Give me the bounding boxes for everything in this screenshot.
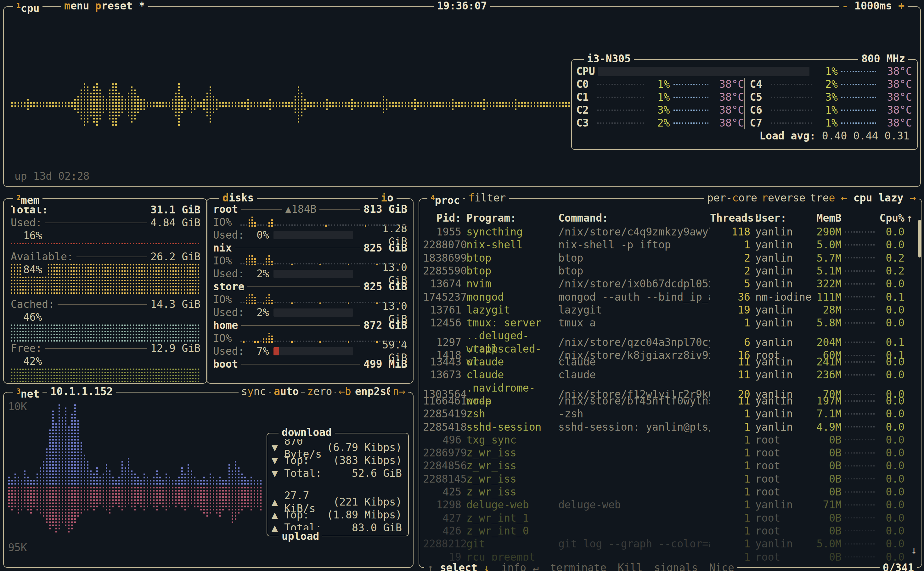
mem-available-percent: 84% xyxy=(22,263,47,276)
proc-row[interactable]: 1166461 node /nix/store/bf45nflf0wylnscw… xyxy=(423,394,918,407)
scroll-down-icon[interactable]: ↓ xyxy=(911,543,917,557)
proc-user: yanlin xyxy=(750,368,813,381)
col-program[interactable]: Program: xyxy=(461,211,553,224)
proc-pid: 13443 xyxy=(423,355,461,368)
preset-button[interactable]: preset * xyxy=(92,0,148,12)
core-label: C7 xyxy=(750,116,771,130)
proc-threads: 1 xyxy=(710,537,750,550)
proc-program: claude xyxy=(461,368,553,381)
net-detail-box: download upload ▼ 870 Byte/s (6.79 Kibps… xyxy=(266,433,409,536)
col-mem[interactable]: MemB xyxy=(813,211,842,224)
core-percent: 2% xyxy=(816,78,838,91)
disks-box-title[interactable]: disks xyxy=(219,191,257,204)
col-user[interactable]: User: xyxy=(750,211,813,224)
proc-row[interactable]: 13673 claude claude 11 yanlin 236M 0.0 xyxy=(423,368,918,381)
proc-row[interactable]: 12456 tmux: server tmux a 1 yanlin 5.8M … xyxy=(423,316,918,329)
proc-mem: 197M xyxy=(813,394,842,407)
proc-row[interactable]: 1955 syncthing /nix/store/c4q9zmkzy9awy7… xyxy=(423,225,918,238)
proc-row[interactable]: 425 z_wr_iss 1 root 0B 0.0 xyxy=(423,485,918,498)
menu-button[interactable]: menu xyxy=(61,0,92,12)
proc-scrollbar[interactable] xyxy=(918,220,921,258)
net-next-iface-button[interactable]: n→ xyxy=(390,385,408,398)
info-button[interactable]: info ↵ xyxy=(501,561,539,571)
proc-cpu-graph xyxy=(842,503,877,506)
proc-row[interactable]: 1303564 .navidrome-wrap /nix/store/f12w1… xyxy=(423,381,918,394)
proc-row[interactable]: 13761 lazygit lazygit 19 yanlin 28M 0.0 xyxy=(423,304,918,316)
core-usage-graph xyxy=(771,83,813,86)
download-total-row: ▼ Total: 52.6 GiB xyxy=(272,467,402,480)
proc-row[interactable]: 2285418 sshd-session sshd-session: yanli… xyxy=(423,420,918,433)
col-cpu[interactable]: Cpu% xyxy=(877,211,904,224)
proc-user: yanlin xyxy=(750,537,813,550)
proc-row[interactable]: 2288145 z_wr_iss 1 root 0B 0.0 xyxy=(423,472,918,485)
net-sync-toggle[interactable]: sync xyxy=(239,385,269,398)
core-temp: 38°C xyxy=(711,78,744,91)
proc-cpu: 0.0 xyxy=(877,394,904,407)
proc-row[interactable]: 1297 ..deluged-wrapp /nix/store/qzc04a3n… xyxy=(423,329,918,342)
proc-cpu-graph xyxy=(842,295,877,298)
proc-row[interactable]: 2288070 nix-shell nix-shell -p iftop 1 y… xyxy=(423,238,918,251)
download-title: download xyxy=(279,426,335,439)
proc-cpu: 0.0 xyxy=(877,238,904,251)
kill-button[interactable]: Kill xyxy=(618,561,643,571)
net-box-title[interactable]: 3net xyxy=(13,385,43,400)
net-zero-toggle[interactable]: zero xyxy=(305,385,334,398)
proc-row[interactable]: 2284856 z_wr_iss 1 root 0B 0.0 xyxy=(423,459,918,472)
proc-row[interactable]: 1838699 btop btop 2 yanlin 5.7M 0.2 xyxy=(423,252,918,264)
proc-per-core-toggle[interactable]: per-core xyxy=(704,191,760,204)
proc-command: claude xyxy=(553,355,710,368)
proc-mem: 28M xyxy=(813,304,842,316)
mem-available-graph: 84% xyxy=(11,263,200,295)
proc-row[interactable]: 426 z_wr_int_0 1 root 0B 0.0 xyxy=(423,525,918,537)
proc-row[interactable]: 2286979 z_wr_iss 1 root 0B 0.0 xyxy=(423,446,918,459)
proc-row[interactable]: 1745237 mongod mongod --auth --bind_ip_a… xyxy=(423,290,918,303)
proc-command: -zsh xyxy=(553,407,710,420)
proc-cpu: 0.0 xyxy=(877,498,904,511)
disks-io-toggle[interactable]: io xyxy=(378,191,397,204)
core-percent: 2% xyxy=(648,116,670,130)
proc-program: z_wr_int_1 xyxy=(461,511,553,525)
proc-user: yanlin xyxy=(750,277,813,290)
interval-decrease-button[interactable]: - xyxy=(842,0,848,12)
proc-row[interactable]: 2285590 btop btop 2 yanlin 5.1M 0.2 xyxy=(423,264,918,277)
proc-program: txg_sync xyxy=(461,434,553,446)
proc-header-row: Pid: Program: Command: Threads: User: Me… xyxy=(423,211,918,224)
proc-tree-toggle[interactable]: tree xyxy=(807,191,838,204)
nice-button[interactable]: Nice xyxy=(709,561,734,571)
proc-row[interactable]: 496 txg_sync 1 root 0B 0.0 xyxy=(423,434,918,446)
proc-filter-button[interactable]: filter xyxy=(465,191,509,204)
upload-title: upload xyxy=(279,530,322,543)
proc-row[interactable]: 2288212 git git log --graph --color=alwa… xyxy=(423,537,918,550)
proc-threads: 1 xyxy=(710,434,750,446)
proc-row[interactable]: 2285419 zsh -zsh 1 yanlin 7.1M 0.0 xyxy=(423,407,918,420)
col-command[interactable]: Command: xyxy=(553,211,710,224)
cpu-box-title[interactable]: 1cpu xyxy=(13,0,43,15)
proc-program: syncthing xyxy=(461,225,553,238)
col-threads[interactable]: Threads: xyxy=(710,211,750,224)
net-auto-toggle[interactable]: auto xyxy=(271,385,301,398)
net-prev-iface-button[interactable]: ←b xyxy=(336,385,354,398)
proc-reverse-toggle[interactable]: reverse xyxy=(758,191,808,204)
interval-increase-button[interactable]: + xyxy=(898,0,904,12)
mem-box-title[interactable]: 2mem xyxy=(13,191,43,207)
proc-box-title[interactable]: 4proc xyxy=(427,191,463,207)
proc-row[interactable]: 13443 claude claude 11 yanlin 241M 0.0 xyxy=(423,355,918,368)
terminate-button[interactable]: terminate xyxy=(550,561,607,571)
sort-mode: cpu lazy xyxy=(853,192,904,204)
select-control[interactable]: ↑ select ↓ xyxy=(427,561,490,571)
proc-mem: 322M xyxy=(813,277,842,290)
proc-mem: 5.0M xyxy=(813,537,842,550)
proc-user: yanlin xyxy=(750,336,813,349)
signals-button[interactable]: signals xyxy=(654,561,698,571)
proc-row[interactable]: 1298 deluge-web deluge-web 1 yanlin 71M … xyxy=(423,498,918,511)
proc-program: z_wr_iss xyxy=(461,446,553,459)
sort-next-button[interactable]: → xyxy=(910,192,916,204)
proc-row[interactable]: 13674 nvim /nix/store/ix0b67dcdpl05xpagx… xyxy=(423,277,918,290)
proc-cpu: 0.0 xyxy=(877,355,904,368)
proc-command: deluge-web xyxy=(553,498,710,511)
disk-root-title: root ▲184B 813 GiB xyxy=(213,203,407,216)
col-pid[interactable]: Pid: xyxy=(423,211,461,224)
proc-cpu-graph xyxy=(842,341,877,344)
sort-prev-button[interactable]: ← xyxy=(841,192,847,204)
proc-row[interactable]: 427 z_wr_int_1 1 root 0B 0.0 xyxy=(423,511,918,525)
